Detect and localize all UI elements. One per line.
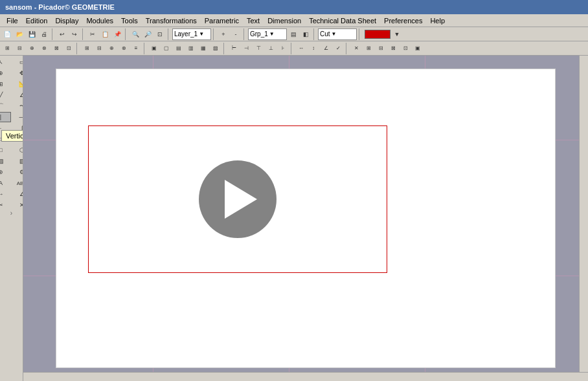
hline-btn[interactable]: — [12, 112, 23, 122]
label-btn[interactable]: ABC [12, 178, 23, 188]
menu-transformations[interactable]: Transformations [142, 14, 201, 27]
view-btn3[interactable]: ▤ [173, 43, 185, 54]
extend-btn[interactable]: ✕ [12, 200, 23, 210]
snap-btn1[interactable]: ⊞ [1, 43, 13, 54]
line-btn[interactable]: ╱ [0, 90, 11, 100]
align-btn3[interactable]: ⊕ [106, 43, 117, 54]
dim-angle-btn[interactable]: ∠ [12, 189, 23, 199]
layer-del-btn[interactable]: - [230, 28, 242, 40]
spline-btn[interactable]: ∫ [12, 123, 23, 133]
undo-btn[interactable]: ↩ [56, 28, 68, 40]
paste-btn[interactable]: 📌 [111, 28, 123, 40]
align-btn1[interactable]: ⊞ [81, 43, 93, 54]
view-btn6[interactable]: ▧ [210, 43, 221, 54]
menu-file[interactable]: File [3, 14, 22, 27]
menu-preferences[interactable]: Preferences [380, 14, 426, 27]
tool-btn3[interactable]: ⊤ [253, 43, 264, 54]
dim-btn1[interactable]: ↔ [295, 43, 307, 54]
print-btn[interactable]: 🖨 [38, 28, 50, 40]
dim-btn2[interactable]: ↕ [308, 43, 319, 54]
zoom-btn[interactable]: ⊕ [0, 68, 11, 78]
node-btn[interactable]: ⊞ [0, 79, 11, 89]
menu-text[interactable]: Text [243, 14, 264, 27]
snap-btn3[interactable]: ⊕ [26, 43, 38, 54]
zoom-out-btn[interactable]: 🔎 [142, 28, 153, 40]
fill-btn[interactable]: ▨ [0, 156, 11, 166]
view-btn1[interactable]: ▣ [148, 43, 160, 54]
cut-dropdown[interactable]: Cut ▼ [318, 28, 357, 40]
del-btn[interactable]: ✕ [350, 43, 362, 54]
grp-label: Grp_1 [250, 30, 268, 38]
snap-btn2[interactable]: ⊟ [14, 43, 25, 54]
grp-btn2[interactable]: ◧ [300, 28, 311, 40]
text-btn[interactable]: A [0, 178, 11, 188]
misc-btn2[interactable]: ⊟ [375, 43, 387, 54]
play-button[interactable] [199, 160, 277, 238]
rect-btn[interactable]: □ [0, 145, 11, 155]
menu-technical-data-sheet[interactable]: Technical Data Sheet [305, 14, 380, 27]
angle-btn[interactable]: ∠ [12, 90, 23, 100]
view-btn5[interactable]: ▦ [198, 43, 209, 54]
zoom-in-btn[interactable]: 🔍 [130, 28, 141, 40]
view-btn2[interactable]: ▢ [161, 43, 172, 54]
select-rect-btn[interactable]: ▭ [12, 57, 23, 67]
canvas-area[interactable] [23, 56, 588, 381]
ellipse-btn[interactable]: ⬭ [12, 134, 23, 144]
pan-btn[interactable]: ✥ [12, 68, 23, 78]
snap-btn5[interactable]: ⊠ [51, 43, 62, 54]
layer-dropdown[interactable]: Layer_1 ▼ [172, 28, 211, 40]
gear-btn[interactable]: ⚙ [12, 167, 23, 177]
tool-btn4[interactable]: ⊥ [265, 43, 277, 54]
snap-btn6[interactable]: ⊡ [63, 43, 74, 54]
left-toolbar: Vertical STRAIGHT LINE ↖ ▭ ⊕ ✥ ⊞ 📐 ╱ ∠ ⌒… [0, 56, 23, 381]
dim-btn4[interactable]: ✓ [332, 43, 344, 54]
select-arrow-btn[interactable]: ↖ [0, 57, 11, 67]
menu-parametric[interactable]: Parametric [201, 14, 243, 27]
poly-btn[interactable]: ⬡ [12, 145, 23, 155]
align-btn4[interactable]: ⊗ [118, 43, 130, 54]
horizontal-scrollbar[interactable] [23, 372, 588, 381]
grp-btn1[interactable]: ▤ [288, 28, 299, 40]
menu-modules[interactable]: Modules [82, 14, 117, 27]
menu-edition[interactable]: Edition [22, 14, 52, 27]
vertical-scrollbar[interactable] [579, 56, 588, 372]
misc-btn5[interactable]: ▣ [412, 43, 424, 54]
misc-btn3[interactable]: ⊠ [387, 43, 399, 54]
view-btn4[interactable]: ▥ [185, 43, 197, 54]
dim-btn3[interactable]: ∠ [320, 43, 332, 54]
menu-tools[interactable]: Tools [117, 14, 142, 27]
trim-btn[interactable]: ✂ [0, 200, 11, 210]
tool-btn2[interactable]: ⊣ [240, 43, 252, 54]
snap-btn4[interactable]: ⊗ [38, 43, 50, 54]
align-btn2[interactable]: ⊟ [93, 43, 105, 54]
menu-help[interactable]: Help [426, 14, 449, 27]
menu-dimension[interactable]: Dimension [264, 14, 305, 27]
align-btn5[interactable]: ≡ [130, 43, 142, 54]
tool-btn5[interactable]: ⊦ [277, 43, 289, 54]
grp-dropdown[interactable]: Grp_1 ▼ [248, 28, 287, 40]
misc-btn1[interactable]: ⊞ [363, 43, 374, 54]
symbol-btn[interactable]: ⊛ [0, 167, 11, 177]
arc-btn[interactable]: ⌒ [0, 101, 11, 111]
open-btn[interactable]: 📂 [14, 28, 25, 40]
cut-btn[interactable]: ✂ [87, 28, 98, 40]
zoom-fit-btn[interactable]: ⊡ [154, 28, 166, 40]
point-btn[interactable]: · [0, 123, 11, 133]
save-btn[interactable]: 💾 [26, 28, 38, 40]
toolbar-collapse-btn[interactable]: › [1, 211, 22, 215]
hatch-btn[interactable]: ▧ [12, 156, 23, 166]
bezier-btn[interactable]: 〜 [12, 101, 23, 111]
menu-display[interactable]: Display [51, 14, 82, 27]
new-btn[interactable]: 📄 [1, 28, 13, 40]
color-swatch[interactable] [365, 30, 390, 39]
dim-linear-btn[interactable]: ↔ [0, 189, 11, 199]
copy-btn[interactable]: 📋 [99, 28, 111, 40]
layer-add-btn[interactable]: + [218, 28, 229, 40]
measure-btn[interactable]: 📐 [12, 79, 23, 89]
misc-btn4[interactable]: ⊡ [400, 43, 411, 54]
circle-btn[interactable]: ○ [0, 134, 11, 144]
tool-btn1[interactable]: ⊢ [228, 43, 240, 54]
redo-btn[interactable]: ↪ [69, 28, 80, 40]
vline-btn[interactable]: | [0, 112, 11, 122]
color-arrow-btn[interactable]: ▼ [391, 28, 403, 40]
